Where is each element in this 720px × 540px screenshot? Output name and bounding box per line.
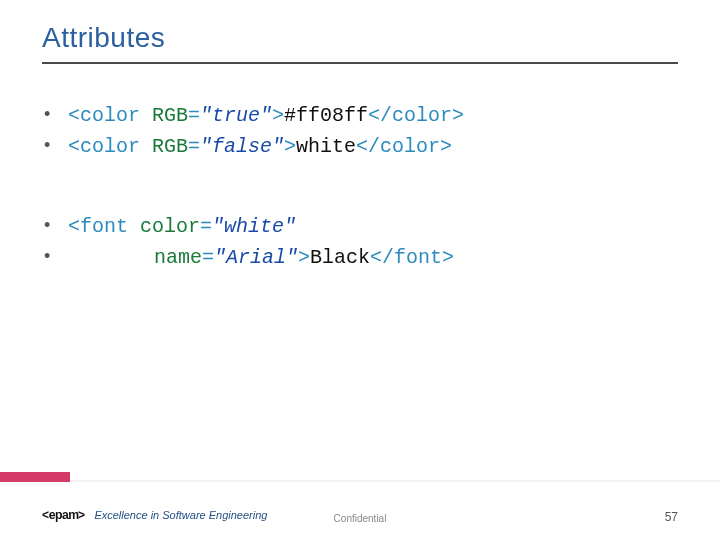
bullet-icon: • xyxy=(44,132,50,159)
footer-accent xyxy=(0,472,70,482)
bullet-icon: • xyxy=(44,243,50,270)
l2-close: </color> xyxy=(356,135,452,158)
code-line-1: • <color RGB="true">#ff08ff</color> xyxy=(68,101,680,131)
l4-close: </font> xyxy=(370,246,454,269)
l2-val: "false" xyxy=(200,135,284,158)
code-line-4: • name="Arial">Black</font> xyxy=(68,243,680,273)
l2-text: white xyxy=(296,135,356,158)
slide-title: Attributes xyxy=(42,22,165,54)
l4-text: Black xyxy=(310,246,370,269)
title-rule xyxy=(42,62,678,64)
l2-close-open: > xyxy=(284,135,296,158)
l1-attr: RGB xyxy=(152,104,188,127)
bullet-icon: • xyxy=(44,101,50,128)
l2-attr: RGB xyxy=(152,135,188,158)
l2-eq: = xyxy=(188,135,200,158)
code-line-2: • <color RGB="false">white</color> xyxy=(68,132,680,162)
code-line-3: • <font color="white" xyxy=(68,212,680,242)
footer: epam Excellence in Software Engineering … xyxy=(0,482,720,540)
l1-close: </color> xyxy=(368,104,464,127)
content-area: • <color RGB="true">#ff08ff</color> • <c… xyxy=(68,100,680,274)
l3-eq: = xyxy=(200,215,212,238)
l3-attr: color xyxy=(140,215,200,238)
l1-close-open: > xyxy=(272,104,284,127)
l3-open-tag: <font xyxy=(68,215,140,238)
l4-eq: = xyxy=(202,246,214,269)
l4-attr: name xyxy=(154,246,202,269)
l4-close-open: > xyxy=(298,246,310,269)
page-number: 57 xyxy=(665,510,678,524)
l1-val: "true" xyxy=(200,104,272,127)
l1-text: #ff08ff xyxy=(284,104,368,127)
l1-eq: = xyxy=(188,104,200,127)
confidential-label: Confidential xyxy=(0,513,720,524)
l2-open-tag: <color xyxy=(68,135,152,158)
l4-val: "Arial" xyxy=(214,246,298,269)
l3-val: "white" xyxy=(212,215,296,238)
bullet-icon: • xyxy=(44,212,50,239)
spacer xyxy=(68,163,680,211)
slide: Attributes • <color RGB="true">#ff08ff</… xyxy=(0,0,720,540)
l1-open-tag: <color xyxy=(68,104,152,127)
